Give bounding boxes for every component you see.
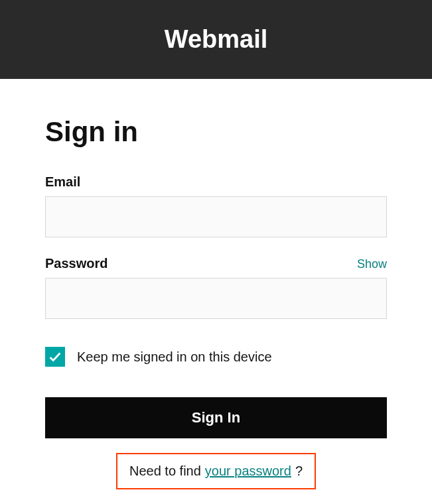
password-label: Password [45, 256, 108, 271]
keep-signed-label: Keep me signed in on this device [77, 349, 272, 365]
signin-heading: Sign in [45, 116, 387, 148]
app-header: Webmail [0, 0, 432, 79]
find-password-link[interactable]: your password [205, 464, 291, 479]
password-help-callout: Need to find your password ? [116, 453, 316, 489]
signin-form: Sign in Email Password Show Keep me sign… [0, 79, 432, 489]
app-title: Webmail [165, 25, 268, 53]
check-icon [48, 349, 62, 364]
email-label: Email [45, 174, 387, 190]
help-suffix: ? [295, 464, 303, 479]
signin-button[interactable]: Sign In [45, 397, 387, 438]
email-input[interactable] [45, 196, 387, 237]
password-input[interactable] [45, 278, 387, 319]
show-password-toggle[interactable]: Show [357, 257, 387, 271]
keep-signed-checkbox[interactable] [45, 347, 65, 367]
help-prefix: Need to find [129, 464, 201, 479]
